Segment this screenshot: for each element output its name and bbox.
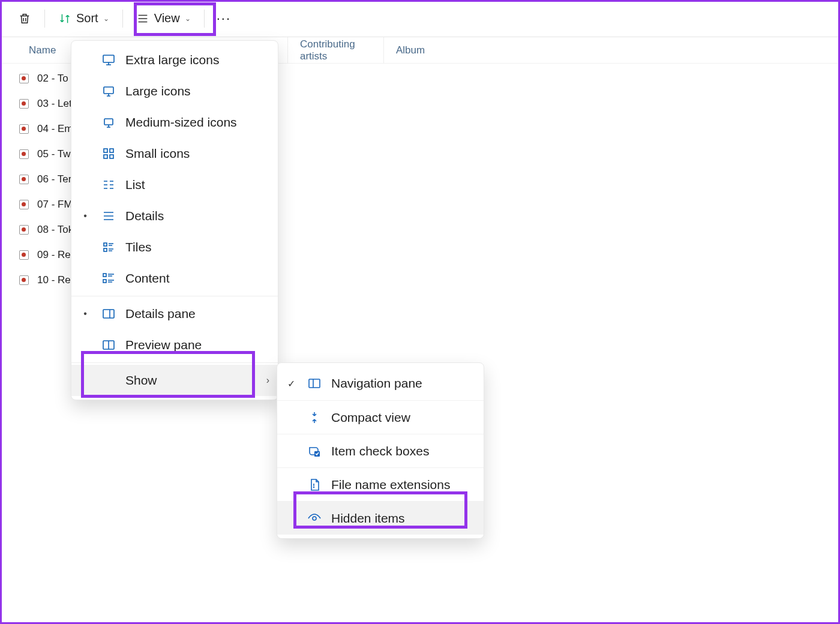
menu-content[interactable]: Content	[71, 263, 278, 294]
menu-label: Item check boxes	[331, 444, 429, 458]
menu-label: Details pane	[125, 307, 196, 321]
file-name: 10 - Rev	[37, 274, 76, 286]
menu-list[interactable]: List	[71, 169, 278, 200]
view-menu: Extra large icons Large icons Medium-siz…	[71, 40, 278, 400]
audio-file-icon	[19, 275, 29, 285]
monitor-icon	[101, 115, 116, 130]
file-name: 07 - FM	[37, 199, 73, 211]
file-icon	[307, 478, 322, 492]
menu-label: Medium-sized icons	[125, 115, 237, 130]
svg-rect-11	[103, 310, 114, 318]
svg-point-15	[314, 487, 314, 487]
preview-pane-icon	[101, 338, 116, 352]
audio-file-icon	[19, 149, 29, 159]
chevron-down-icon: ⌄	[185, 14, 191, 23]
sort-label: Sort	[76, 11, 98, 25]
audio-file-icon	[19, 250, 29, 260]
menu-label: Small icons	[125, 146, 190, 161]
menu-tiles[interactable]: Tiles	[71, 232, 278, 263]
toolbar-divider	[44, 10, 45, 28]
submenu-item-checkboxes[interactable]: Item check boxes	[277, 434, 484, 467]
audio-file-icon	[19, 74, 29, 83]
column-album[interactable]: Album	[384, 37, 840, 63]
content-icon	[101, 271, 116, 286]
file-name: 02 - To	[37, 73, 68, 85]
chevron-down-icon: ⌄	[103, 14, 109, 23]
chevron-right-icon: ›	[266, 375, 269, 386]
menu-label: Tiles	[125, 240, 152, 254]
list-icon	[136, 12, 149, 25]
menu-separator	[71, 362, 278, 363]
menu-label: Details	[125, 209, 164, 223]
trash-icon	[18, 12, 31, 25]
toolbar: Sort ⌄ View ⌄ ···	[0, 0, 840, 37]
toolbar-divider	[122, 10, 123, 28]
menu-label: Navigation pane	[331, 376, 422, 391]
menu-show[interactable]: Show ›	[71, 365, 278, 396]
audio-file-icon	[19, 175, 29, 184]
audio-file-icon	[19, 124, 29, 134]
more-button[interactable]: ···	[211, 11, 237, 26]
svg-rect-7	[104, 243, 107, 246]
list-icon	[101, 178, 116, 192]
svg-rect-6	[110, 155, 113, 158]
submenu-navigation-pane[interactable]: ✓ Navigation pane	[277, 367, 484, 400]
svg-point-16	[313, 517, 316, 520]
audio-file-icon	[19, 225, 29, 235]
details-icon	[101, 209, 116, 223]
menu-extra-large-icons[interactable]: Extra large icons	[71, 44, 278, 76]
menu-details[interactable]: • Details	[71, 200, 278, 232]
audio-file-icon	[19, 200, 29, 209]
menu-label: Preview pane	[125, 338, 202, 352]
file-name: 06 - Ter	[37, 173, 71, 185]
compact-icon	[307, 410, 322, 425]
bullet-selected-icon: •	[79, 211, 92, 221]
svg-rect-3	[104, 149, 107, 152]
svg-rect-2	[104, 119, 113, 125]
checkmark-icon: ✓	[284, 378, 298, 389]
menu-label: Hidden items	[331, 511, 405, 526]
menu-label: Compact view	[331, 410, 410, 425]
show-submenu: ✓ Navigation pane Compact view Item chec…	[277, 362, 484, 539]
submenu-compact-view[interactable]: Compact view	[277, 400, 484, 434]
monitor-icon	[101, 53, 116, 67]
submenu-hidden-items[interactable]: Hidden items	[277, 501, 484, 535]
svg-rect-9	[103, 274, 106, 277]
delete-button[interactable]	[11, 7, 38, 30]
svg-rect-0	[103, 55, 114, 62]
bullet-selected-icon: •	[79, 308, 92, 319]
tiles-icon	[101, 240, 116, 254]
eye-icon	[307, 511, 322, 526]
submenu-file-extensions[interactable]: File name extensions	[277, 467, 484, 501]
file-name: 08 - Tok	[37, 224, 73, 236]
view-label: View	[154, 11, 180, 25]
toolbar-divider	[204, 10, 205, 28]
sort-button[interactable]: Sort ⌄	[51, 7, 116, 30]
svg-rect-5	[104, 155, 107, 158]
menu-label: Large icons	[125, 84, 191, 98]
details-pane-icon	[101, 307, 116, 321]
menu-label: File name extensions	[331, 478, 450, 492]
file-name: 04 - Em	[37, 123, 73, 135]
menu-preview-pane[interactable]: Preview pane	[71, 329, 278, 361]
svg-rect-1	[104, 87, 113, 94]
svg-rect-4	[110, 149, 113, 152]
file-name: 09 - Rev	[37, 249, 76, 261]
svg-rect-8	[104, 248, 107, 251]
menu-separator	[71, 296, 278, 296]
monitor-icon	[101, 84, 116, 98]
grid-icon	[101, 146, 116, 161]
menu-medium-icons[interactable]: Medium-sized icons	[71, 107, 278, 138]
menu-details-pane[interactable]: • Details pane	[71, 298, 278, 329]
view-button[interactable]: View ⌄	[129, 7, 198, 30]
sort-icon	[58, 12, 71, 25]
svg-rect-13	[309, 379, 320, 388]
file-name: 03 - Let	[37, 98, 72, 110]
checkbox-icon	[307, 444, 322, 458]
menu-label: Content	[125, 271, 170, 286]
menu-large-icons[interactable]: Large icons	[71, 76, 278, 107]
svg-rect-10	[103, 280, 106, 283]
menu-label: Extra large icons	[125, 53, 219, 67]
column-contributing-artists[interactable]: Contributing artists	[288, 37, 384, 63]
menu-small-icons[interactable]: Small icons	[71, 138, 278, 169]
